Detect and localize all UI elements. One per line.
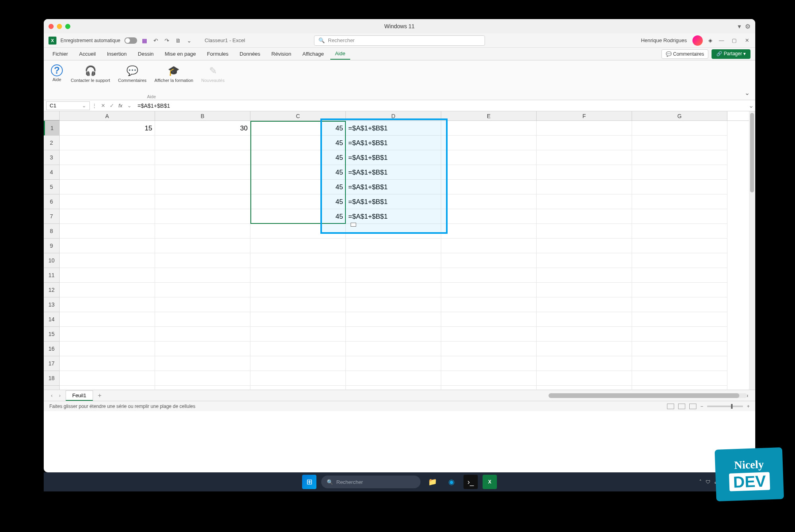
tab-accueil[interactable]: Accueil	[74, 49, 101, 59]
undo-icon[interactable]: ↶	[152, 37, 159, 44]
cell-A11[interactable]	[60, 268, 155, 283]
cell-D13[interactable]	[346, 297, 441, 312]
row-header[interactable]: 10	[44, 253, 60, 268]
autosave-toggle[interactable]	[124, 37, 137, 44]
cell-D16[interactable]	[346, 342, 441, 356]
cell-B8[interactable]	[155, 224, 250, 239]
excel-taskbar-icon[interactable]: X	[483, 475, 497, 489]
explorer-icon[interactable]: 📁	[425, 475, 440, 489]
cell-A13[interactable]	[60, 297, 155, 312]
cell-F11[interactable]	[537, 268, 632, 283]
cell-E2[interactable]	[441, 136, 537, 150]
win-minimize-icon[interactable]: —	[718, 37, 725, 43]
cell-G14[interactable]	[632, 312, 727, 327]
cell-G10[interactable]	[632, 253, 727, 268]
whatsnew-button[interactable]: ✎Nouveautés	[201, 63, 225, 83]
cell-F3[interactable]	[537, 150, 632, 165]
cell-C6[interactable]: 45	[250, 194, 346, 209]
cell-A16[interactable]	[60, 342, 155, 356]
maximize-icon[interactable]	[65, 24, 70, 29]
cell-F1[interactable]	[537, 121, 632, 136]
col-header-g[interactable]: G	[632, 111, 727, 120]
cell-G2[interactable]	[632, 136, 727, 150]
cell-F9[interactable]	[537, 239, 632, 253]
cell-D10[interactable]	[346, 253, 441, 268]
cell-E4[interactable]	[441, 165, 537, 180]
sheet-prev-icon[interactable]: ‹	[49, 392, 54, 398]
cell-A19[interactable]	[60, 386, 155, 390]
cell-F2[interactable]	[537, 136, 632, 150]
win-maximize-icon[interactable]: ▢	[731, 37, 738, 43]
cell-F8[interactable]	[537, 224, 632, 239]
cell-D1[interactable]: =$A$1+$B$1	[346, 121, 441, 136]
cell-C10[interactable]	[250, 253, 346, 268]
cell-A18[interactable]	[60, 371, 155, 386]
enter-icon[interactable]: ✓	[107, 103, 116, 109]
cell-E9[interactable]	[441, 239, 537, 253]
cell-B14[interactable]	[155, 312, 250, 327]
cell-B6[interactable]	[155, 194, 250, 209]
add-sheet-icon[interactable]: +	[96, 392, 103, 399]
cell-D14[interactable]	[346, 312, 441, 327]
cell-F10[interactable]	[537, 253, 632, 268]
cell-E7[interactable]	[441, 209, 537, 224]
cell-C8[interactable]	[250, 224, 346, 239]
cell-G6[interactable]	[632, 194, 727, 209]
cell-G13[interactable]	[632, 297, 727, 312]
cell-D2[interactable]: =$A$1+$B$1	[346, 136, 441, 150]
file-icon[interactable]: 🗎	[175, 37, 182, 44]
cell-E8[interactable]	[441, 224, 537, 239]
row-header[interactable]: 14	[44, 312, 60, 327]
cell-D12[interactable]	[346, 283, 441, 297]
cell-F19[interactable]	[537, 386, 632, 390]
cell-C11[interactable]	[250, 268, 346, 283]
cell-F12[interactable]	[537, 283, 632, 297]
name-box[interactable]: C1⌄	[46, 101, 90, 110]
row-header[interactable]: 2	[44, 136, 60, 150]
fb-drop-icon[interactable]: ⌄	[125, 103, 134, 109]
tab-formules[interactable]: Formules	[202, 49, 233, 59]
fill-handle-icon[interactable]	[351, 223, 356, 227]
cell-A4[interactable]	[60, 165, 155, 180]
cell-F6[interactable]	[537, 194, 632, 209]
cell-F16[interactable]	[537, 342, 632, 356]
cell-G5[interactable]	[632, 180, 727, 194]
horizontal-scrollbar[interactable]	[549, 393, 747, 398]
row-header[interactable]: 6	[44, 194, 60, 209]
cell-G7[interactable]	[632, 209, 727, 224]
cell-B2[interactable]	[155, 136, 250, 150]
avatar[interactable]	[692, 35, 703, 46]
win-close-icon[interactable]: ✕	[743, 37, 750, 43]
cell-G3[interactable]	[632, 150, 727, 165]
row-header[interactable]: 11	[44, 268, 60, 283]
page-break-view-icon[interactable]	[689, 404, 696, 409]
cell-B11[interactable]	[155, 268, 250, 283]
sheet-next-icon[interactable]: ›	[57, 392, 62, 398]
cell-G1[interactable]	[632, 121, 727, 136]
cell-C17[interactable]	[250, 356, 346, 371]
cell-C12[interactable]	[250, 283, 346, 297]
gear-icon[interactable]: ⚙	[745, 23, 750, 30]
cell-E16[interactable]	[441, 342, 537, 356]
row-header[interactable]: 1	[44, 121, 60, 136]
cell-B7[interactable]	[155, 209, 250, 224]
row-header[interactable]: 9	[44, 239, 60, 253]
row-header[interactable]: 16	[44, 342, 60, 356]
cell-C16[interactable]	[250, 342, 346, 356]
cell-G18[interactable]	[632, 371, 727, 386]
cell-A6[interactable]	[60, 194, 155, 209]
close-icon[interactable]	[48, 24, 54, 29]
diamond-icon[interactable]: ◈	[708, 37, 712, 43]
cell-G19[interactable]	[632, 386, 727, 390]
row-header[interactable]: 12	[44, 283, 60, 297]
cell-C18[interactable]	[250, 371, 346, 386]
col-header-a[interactable]: A	[60, 111, 155, 120]
start-button[interactable]: ⊞	[302, 475, 316, 489]
cell-A7[interactable]	[60, 209, 155, 224]
cell-C19[interactable]	[250, 386, 346, 390]
cell-G16[interactable]	[632, 342, 727, 356]
cell-B3[interactable]	[155, 150, 250, 165]
cell-B15[interactable]	[155, 327, 250, 342]
row-header[interactable]: 7	[44, 209, 60, 224]
comments-button[interactable]: 💬 Commentaires	[661, 49, 708, 59]
